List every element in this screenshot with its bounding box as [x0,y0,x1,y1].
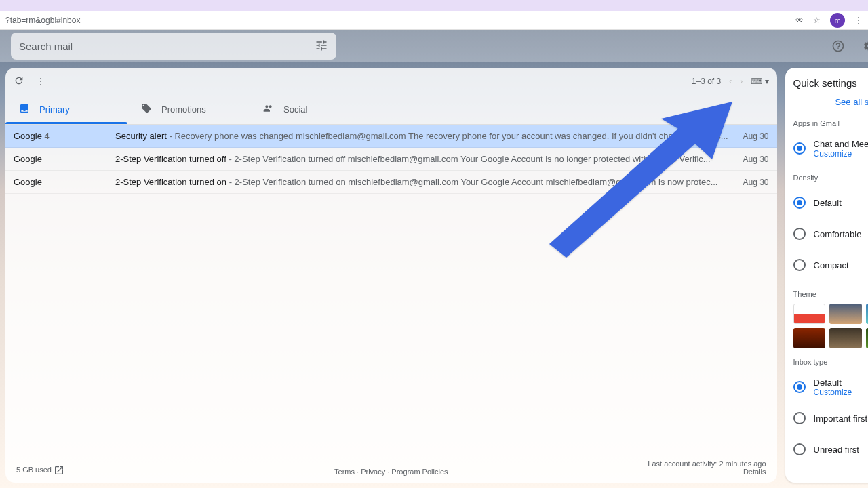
prev-page-icon[interactable]: ‹ [729,77,732,86]
theme-grid [793,304,868,348]
mail-row[interactable]: Google 4 Security alert - Recovery phone… [5,125,777,148]
customize-link[interactable]: Customize [814,149,868,159]
radio-icon [793,142,806,155]
inbox-section-label: Inbox type [793,358,868,366]
density-comfortable[interactable]: Comfortable [793,218,868,249]
people-icon [263,103,274,116]
theme-tile[interactable] [829,328,862,348]
tune-icon[interactable] [315,39,328,54]
help-icon[interactable] [826,34,850,58]
radio-icon [793,228,806,240]
density-default[interactable]: Default [793,187,868,218]
theme-tile[interactable] [866,304,868,324]
customize-link[interactable]: Customize [814,388,868,397]
inbox-unread-first[interactable]: Unread first ✉ [793,434,868,465]
search-input[interactable]: Search mail [11,33,336,60]
radio-icon [793,259,806,271]
tab-promotions[interactable]: Promotions [127,95,250,124]
density-section-label: Density [793,174,868,182]
theme-tile[interactable] [829,304,862,324]
mail-toolbar: ⋮ 1–3 of 3 ‹ › ⌨ ▾ [5,68,777,95]
quick-settings-panel: Quick settings ✕ See all settings 👆 Apps… [785,68,868,483]
radio-icon [793,197,806,209]
inbox-icon [19,103,30,116]
apps-option-chat-meet[interactable]: Chat and Meet Customize [793,133,868,164]
input-tool-icon[interactable]: ⌨ ▾ [751,77,768,86]
radio-icon [793,412,806,424]
tab-social[interactable]: Social [250,95,372,124]
search-placeholder: Search mail [19,41,73,52]
radio-icon [793,443,806,455]
settings-title: Quick settings [793,77,857,89]
mail-panel: ⋮ 1–3 of 3 ‹ › ⌨ ▾ Primary [5,68,777,483]
mail-row[interactable]: Google 2-Step Verification turned on - 2… [5,171,777,194]
refresh-icon[interactable] [14,75,24,88]
tab-primary-label: Primary [39,104,70,115]
tab-primary[interactable]: Primary [5,95,127,124]
browser-address-bar: ?tab=rm&ogbl#inbox 👁 ☆ m ⋮ [0,11,868,30]
gear-icon[interactable] [857,34,868,58]
see-all-settings-link[interactable]: See all settings [835,97,868,107]
theme-tile[interactable] [866,328,868,348]
more-icon[interactable]: ⋮ [37,77,45,86]
theme-tile[interactable] [793,304,826,324]
theme-section-label: Theme [793,290,816,298]
activity-text: Last account activity: 2 minutes ago [648,460,766,468]
footer: 5 GB used Terms · Privacy · Program Poli… [5,453,777,483]
radio-icon [793,381,806,393]
browser-tab-strip [0,0,868,11]
storage-info[interactable]: 5 GB used [16,465,64,476]
tab-promotions-label: Promotions [161,104,206,115]
url-text: ?tab=rm&ogbl#inbox [5,16,80,25]
inbox-default[interactable]: Default Customize [793,371,868,403]
page-info: 1–3 of 3 [692,77,721,86]
tag-icon [141,103,152,116]
theme-tile[interactable] [793,328,826,348]
app-header: Search mail P [0,30,868,62]
browser-menu-icon[interactable]: ⋮ [854,16,863,25]
apps-section-label: Apps in Gmail [793,119,868,127]
next-page-icon[interactable]: › [740,77,743,86]
footer-links[interactable]: Terms · Privacy · Program Policies [334,468,448,476]
details-link[interactable]: Details [648,468,766,476]
star-icon[interactable]: ☆ [813,16,821,25]
eye-icon[interactable]: 👁 [795,16,804,25]
mail-list: Google 4 Security alert - Recovery phone… [5,125,777,453]
mail-row[interactable]: Google 2-Step Verification turned off - … [5,148,777,171]
inbox-important-first[interactable]: Important first ▸ [793,403,868,434]
category-tabs: Primary Promotions Social [5,95,777,125]
browser-profile-avatar[interactable]: m [830,13,845,28]
density-compact[interactable]: Compact [793,249,868,281]
tab-social-label: Social [283,104,307,115]
